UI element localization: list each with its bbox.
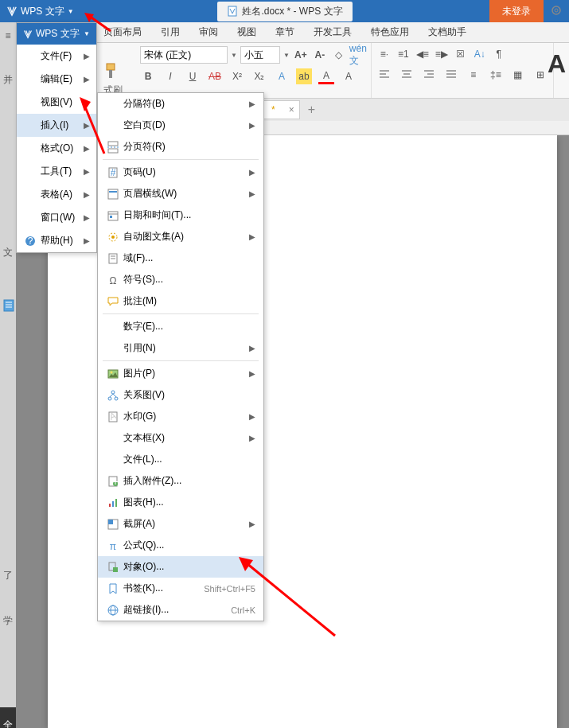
submenu-item[interactable]: 截屏(A)▶ [98,513,263,535]
submenu-item[interactable]: A水印(G)▶ [98,406,263,427]
font-color-button[interactable]: A [318,68,334,84]
sidebar-item[interactable]: 学 [0,606,16,636]
grow-font-button[interactable]: A+ [293,47,309,63]
align-left-button[interactable] [376,67,392,83]
submenu-item[interactable]: 对象(O)... [98,556,263,578]
distribute-button[interactable]: ≡ [466,67,481,83]
bold-button[interactable]: B [140,68,156,84]
sidebar-item[interactable]: 并 [0,65,16,95]
font-name-select[interactable]: 宋体 (正文) [140,46,228,64]
submenu-item[interactable]: 分隔符(B)▶ [98,93,263,115]
submenu-item[interactable]: #页码(U)▶ [98,162,263,183]
menu-item-视图v[interactable]: 视图(V)▶ [17,91,96,114]
submenu-item[interactable]: 自动图文集(A)▶ [98,226,263,247]
svg-point-34 [111,236,115,239]
dropdown-icon[interactable]: ▼ [231,52,237,59]
increase-indent-button[interactable]: ≡▶ [434,46,450,62]
font-size-select[interactable]: 小五 [240,46,280,64]
submenu-item[interactable]: 页眉横线(W)▶ [98,183,263,204]
svg-point-43 [115,397,118,400]
numbering-button[interactable]: ≡1 [396,46,411,62]
menu-item-窗口w[interactable]: 窗口(W)▶ [17,206,96,229]
decrease-indent-button[interactable]: ◀≡ [415,46,431,62]
submenu-item[interactable]: 分页符(R) [98,136,263,158]
app-menu-button[interactable]: WPS 文字 ▼ [0,5,74,18]
italic-button[interactable]: I [162,68,178,84]
menu-item-帮助h[interactable]: ?帮助(H)▶ [17,229,96,252]
styles-button[interactable]: A [548,49,566,79]
justify-button[interactable] [443,67,459,83]
char-scale-button[interactable]: ☒ [453,46,469,62]
bullets-button[interactable]: ≡· [376,46,392,62]
submenu-item[interactable]: 超链接(I)...Ctrl+K [98,599,263,621]
tab-review[interactable]: 审阅 [199,25,218,39]
submenu-item[interactable]: 书签(K)...Shift+Ctrl+F5 [98,578,263,599]
sidebar-page-icon[interactable] [0,291,16,322]
submenu-item-label: 图表(H)... [123,496,164,509]
superscript-button[interactable]: X² [229,68,245,84]
text-effects-button[interactable]: A [274,68,290,84]
phonetic-button[interactable]: wén文 [350,47,366,63]
menu-item-label: 表格(A) [41,188,72,201]
tab-page-layout[interactable]: 页面布局 [103,25,142,39]
sidebar-item[interactable]: 文 [0,238,16,267]
submenu-arrow-icon: ▶ [84,52,90,60]
submenu-item[interactable]: 图片(P)▶ [98,363,263,384]
sidebar-icon[interactable]: ≡ [0,22,16,49]
submenu-item[interactable]: 文件(L)... [98,449,263,470]
ruler[interactable] [263,121,569,135]
dropdown-icon[interactable]: ▼ [283,52,290,59]
settings-icon[interactable] [550,4,563,19]
submenu-item[interactable]: 域(F)... [98,247,263,269]
submenu-item[interactable]: 图表(H)... [98,492,263,513]
submenu-item[interactable]: 文本框(X)▶ [98,427,263,449]
tab-assistant[interactable]: 文档助手 [428,25,466,39]
close-tab-button[interactable]: × [289,104,294,115]
menu-item-格式o[interactable]: 格式(O)▶ [17,137,96,160]
align-right-button[interactable] [421,67,437,83]
svg-rect-51 [109,504,111,507]
tab-references[interactable]: 引用 [161,25,180,39]
underline-button[interactable]: U [185,68,201,84]
show-marks-button[interactable]: ¶ [491,46,507,62]
menu-item-工具t[interactable]: 工具(T)▶ [17,160,96,183]
submenu-item[interactable]: 空白页(D)▶ [98,115,263,136]
submenu-arrow-icon: ▶ [249,412,255,421]
tab-special[interactable]: 特色应用 [371,25,409,39]
submenu-item[interactable]: π公式(Q)... [98,535,263,556]
submenu-item[interactable]: 日期和时间(T)... [98,204,263,226]
align-center-button[interactable] [399,67,415,83]
sidebar-item[interactable]: 了 [0,561,16,590]
submenu-item[interactable]: 引用(N)▶ [98,337,263,359]
tab-chapter[interactable]: 章节 [275,25,294,39]
tab-view[interactable]: 视图 [237,25,256,39]
submenu-arrow-icon: ▶ [249,168,255,177]
shrink-font-button[interactable]: A- [312,47,328,63]
shading-button[interactable]: ▦ [510,67,526,83]
submenu-arrow-icon: ▶ [84,121,90,130]
login-button[interactable]: 未登录 [489,0,544,22]
sort-button[interactable]: A↓ [472,46,488,62]
submenu-item[interactable]: +插入附件(Z)... [98,470,263,492]
menu-item-插入i[interactable]: 插入(I)▶ [17,114,96,137]
submenu-item[interactable]: 批注(M) [98,290,263,312]
borders-button[interactable]: ⊞ [532,67,548,83]
menu-item-文件f[interactable]: 文件(F)▶ [17,45,96,68]
strikethrough-button[interactable]: AB [207,68,223,84]
subscript-button[interactable]: X₂ [251,68,267,84]
menu-item-label: 插入(I) [41,119,68,132]
char-shading-button[interactable]: A [341,68,357,84]
tab-developer[interactable]: 开发工具 [314,25,352,39]
menu-item-表格a[interactable]: 表格(A)▶ [17,183,96,206]
new-tab-button[interactable]: + [300,103,323,117]
highlight-button[interactable]: ab [296,68,312,84]
line-spacing-button[interactable]: ‡≡ [488,67,504,83]
menu-item-编辑e[interactable]: 编辑(E)▶ [17,68,96,91]
document-tab[interactable]: * × [263,100,300,119]
submenu-item[interactable]: 数字(E)... [98,316,263,337]
menu-item-label: 格式(O) [41,142,73,155]
sidebar-item[interactable]: 全 [0,707,16,728]
clear-format-button[interactable]: ◇ [331,47,347,63]
submenu-item[interactable]: Ω符号(S)... [98,269,263,290]
submenu-item[interactable]: 关系图(V) [98,384,263,406]
